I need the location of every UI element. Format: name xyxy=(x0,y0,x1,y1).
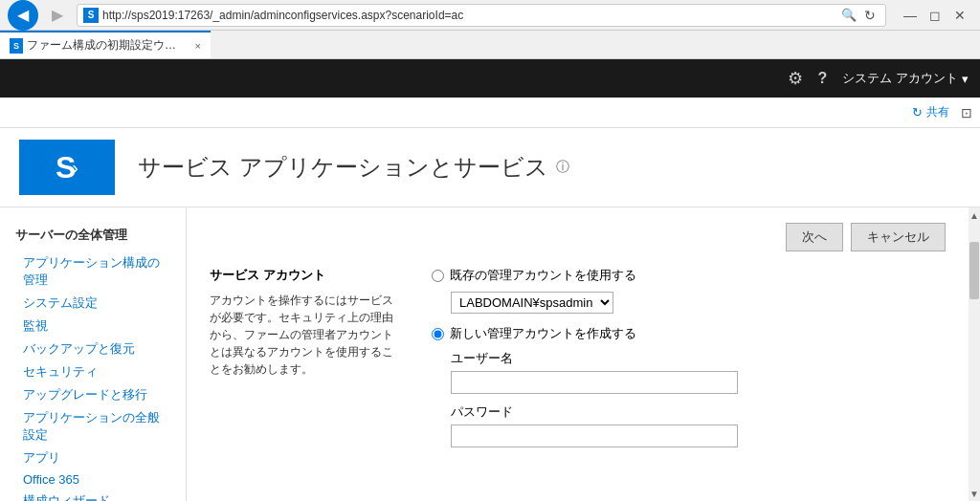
user-account-label: システム アカウント xyxy=(842,70,958,87)
logo-arrow: › xyxy=(72,157,78,179)
new-account-label: 新しい管理アカウントを作成する xyxy=(450,325,636,342)
new-account-option: 新しい管理アカウントを作成する xyxy=(432,325,946,342)
page-title-area: サービス アプリケーションとサービス ⓘ xyxy=(138,152,569,183)
service-account-desc-text: アカウントを操作するにはサービスが必要です。セキュリティ上の理由から、ファームの… xyxy=(210,292,401,378)
minimize-button[interactable]: — xyxy=(898,3,923,28)
existing-account-option: 既存の管理アカウントを使用する xyxy=(432,267,946,284)
main-content: サーバーの全体管理 アプリケーション構成の管理 システム設定 監視 バックアップ… xyxy=(0,207,980,501)
sidebar: サーバーの全体管理 アプリケーション構成の管理 システム設定 監視 バックアップ… xyxy=(0,207,187,501)
search-icon: 🔍 xyxy=(841,8,857,22)
content-area: 次へ キャンセル サービス アカウント アカウントを操作するにはサービスが必要で… xyxy=(187,207,969,501)
user-account-menu[interactable]: システム アカウント ▾ xyxy=(842,70,969,87)
sidebar-item-office365[interactable]: Office 365 xyxy=(0,469,186,490)
form-layout: サービス アカウント アカウントを操作するにはサービスが必要です。セキュリティ上… xyxy=(210,267,946,457)
page-title: サービス アプリケーションとサービス xyxy=(138,152,548,183)
action-buttons: 次へ キャンセル xyxy=(210,223,946,251)
back-button[interactable]: ◀ xyxy=(8,0,38,31)
tab-spacer xyxy=(211,31,980,58)
username-label: ユーザー名 xyxy=(451,350,946,367)
existing-account-row: LABDOMAIN¥spsadmin xyxy=(451,292,946,314)
sidebar-item-monitoring[interactable]: 監視 xyxy=(0,315,186,338)
help-icon[interactable]: ? xyxy=(818,70,828,87)
sidebar-item-backup-restore[interactable]: バックアップと復元 xyxy=(0,338,186,360)
password-label: パスワード xyxy=(451,403,946,421)
dropdown-icon: ▾ xyxy=(962,72,969,86)
next-button[interactable]: 次へ xyxy=(786,223,843,251)
active-tab[interactable]: S ファーム構成の初期設定ウィザード × xyxy=(0,31,211,58)
tab-favicon: S xyxy=(10,38,23,54)
existing-account-select[interactable]: LABDOMAIN¥spsadmin xyxy=(451,292,613,314)
service-account-title: サービス アカウント xyxy=(210,267,401,284)
browser-titlebar: ◀ ▶ S http://sps2019:17263/_admin/adminc… xyxy=(0,0,980,31)
restore-button[interactable]: ◻ xyxy=(923,3,947,28)
sidebar-item-security[interactable]: セキュリティ xyxy=(0,360,186,383)
tab-close-button[interactable]: × xyxy=(195,40,201,52)
scrollbar-up-arrow[interactable]: ▲ xyxy=(969,207,980,223)
forward-button[interactable]: ▶ xyxy=(42,0,73,31)
share-icon: ↻ xyxy=(912,105,923,120)
page-wrapper: S › サービス アプリケーションとサービス ⓘ サーバーの全体管理 アプリケー… xyxy=(0,128,980,501)
existing-account-radio[interactable] xyxy=(432,270,444,282)
scrollbar[interactable]: ▲ ▼ xyxy=(969,207,980,501)
sp-logo: S › xyxy=(19,140,115,195)
main-toolbar: ⚙ ? システム アカウント ▾ xyxy=(0,59,980,98)
refresh-button[interactable]: ↻ xyxy=(860,8,880,23)
new-account-radio[interactable] xyxy=(432,328,444,340)
form-fields: 既存の管理アカウントを使用する LABDOMAIN¥spsadmin 新しい管理… xyxy=(432,267,946,457)
share-button[interactable]: ↻ 共有 xyxy=(912,104,949,120)
sidebar-item-system-settings[interactable]: システム設定 xyxy=(0,292,186,315)
sidebar-item-apps[interactable]: アプリ xyxy=(0,447,186,469)
tab-bar: S ファーム構成の初期設定ウィザード × xyxy=(0,31,980,59)
scrollbar-down-arrow[interactable]: ▼ xyxy=(969,486,980,501)
existing-account-label: 既存の管理アカウントを使用する xyxy=(450,267,636,284)
sidebar-item-upgrade-migration[interactable]: アップグレードと移行 xyxy=(0,383,186,406)
reading-view-button[interactable]: ⊡ xyxy=(961,105,972,120)
sidebar-section-title: サーバーの全体管理 xyxy=(0,223,186,248)
username-input[interactable] xyxy=(451,371,738,394)
address-text: http://sps2019:17263/_admin/adminconfigs… xyxy=(102,9,837,22)
service-account-description: サービス アカウント アカウントを操作するにはサービスが必要です。セキュリティ上… xyxy=(210,267,401,457)
scrollbar-thumb[interactable] xyxy=(969,242,979,299)
sp-header: S › サービス アプリケーションとサービス ⓘ xyxy=(0,128,980,207)
info-icon[interactable]: ⓘ xyxy=(556,159,569,176)
new-account-section: ユーザー名 パスワード xyxy=(451,350,946,447)
browser-nav: ◀ ▶ xyxy=(8,0,73,31)
cancel-button[interactable]: キャンセル xyxy=(851,223,946,251)
tab-label: ファーム構成の初期設定ウィザード xyxy=(27,37,188,54)
address-bar[interactable]: S http://sps2019:17263/_admin/adminconfi… xyxy=(77,4,886,27)
sidebar-item-app-config[interactable]: アプリケーション構成の管理 xyxy=(0,251,186,292)
password-input[interactable] xyxy=(451,425,738,447)
sidebar-item-config-wizard[interactable]: 構成ウィザード xyxy=(0,490,186,501)
close-button[interactable]: ✕ xyxy=(947,3,972,28)
secondary-toolbar: ↻ 共有 ⊡ xyxy=(0,98,980,128)
share-label: 共有 xyxy=(926,104,949,120)
gear-icon[interactable]: ⚙ xyxy=(788,68,803,89)
sidebar-item-general-settings[interactable]: アプリケーションの全般設定 xyxy=(0,406,186,447)
site-favicon: S xyxy=(83,8,99,23)
